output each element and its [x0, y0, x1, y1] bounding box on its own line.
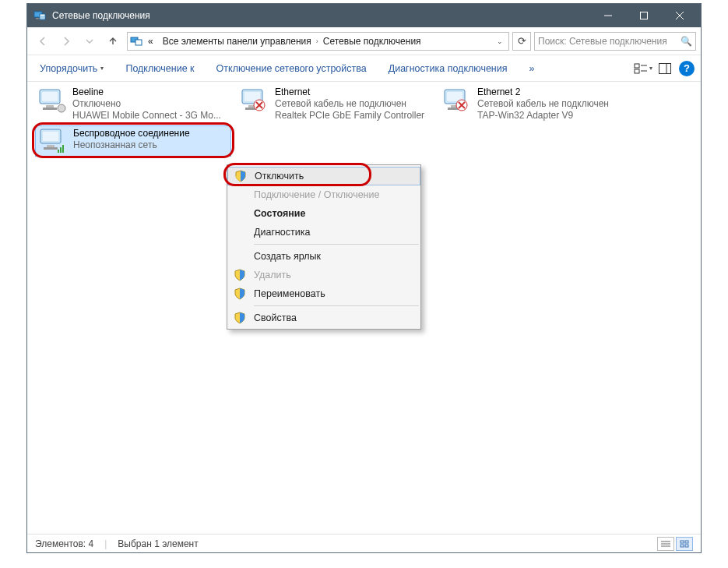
svg-rect-8 [135, 40, 142, 45]
svg-rect-4 [641, 12, 648, 19]
ctx-connect-disconnect[interactable]: Подключение / Отключение [227, 185, 420, 204]
connection-icon [37, 86, 68, 116]
item-title: Ethernet 2 [477, 86, 609, 98]
svg-rect-16 [42, 92, 58, 101]
separator [254, 305, 419, 306]
content-area: Beeline Отключено HUAWEI Mobile Connect … [27, 82, 701, 534]
cmd-more[interactable]: » [523, 60, 541, 77]
ctx-label: Удалить [254, 270, 291, 280]
shield-icon [234, 269, 246, 281]
cmd-disable-device[interactable]: Отключение сетевого устройства [210, 60, 373, 77]
command-bar: Упорядочить▾ Подключение к Отключение се… [27, 55, 701, 82]
nav-forward-button[interactable] [55, 30, 77, 52]
svg-rect-46 [681, 545, 684, 547]
address-icon [129, 35, 143, 48]
svg-rect-38 [58, 150, 59, 153]
ctx-disable[interactable]: Отключить [227, 167, 420, 185]
connection-icon [239, 86, 270, 116]
status-selected: Выбран 1 элемент [118, 538, 198, 549]
nav-up-button[interactable] [102, 30, 124, 52]
ctx-diagnostics[interactable]: Диагностика [227, 223, 420, 242]
status-items-count: Элементов: 4 [35, 538, 93, 549]
search-placeholder: Поиск: Сетевые подключения [538, 36, 667, 47]
refresh-button[interactable]: ⟳ [512, 32, 531, 51]
svg-rect-40 [62, 145, 64, 153]
ctx-create-shortcut[interactable]: Создать ярлык [227, 247, 420, 266]
minimize-button[interactable] [590, 4, 626, 27]
connection-icon [37, 128, 69, 157]
ctx-label: Создать ярлык [254, 251, 321, 262]
preview-pane-button[interactable] [654, 59, 676, 78]
ctx-label: Свойства [254, 312, 297, 323]
item-title: Beeline [72, 86, 221, 98]
address-dropdown-button[interactable]: ⌄ [493, 37, 507, 45]
ctx-label: Отключить [255, 171, 304, 182]
ctx-status[interactable]: Состояние [227, 204, 420, 223]
view-icons-button[interactable] [676, 537, 693, 551]
item-status: Неопознанная сеть [73, 139, 190, 151]
item-status: Сетевой кабель не подключен [477, 98, 609, 110]
app-icon [33, 9, 46, 22]
search-icon: 🔍 [681, 36, 692, 47]
svg-rect-35 [43, 132, 58, 141]
network-item-ethernet2[interactable]: Ethernet 2 Сетевой кабель не подключен T… [440, 85, 636, 122]
svg-rect-9 [635, 64, 639, 68]
network-item-beeline[interactable]: Beeline Отключено HUAWEI Mobile Connect … [35, 85, 231, 122]
cmd-diagnostics[interactable]: Диагностика подключения [382, 60, 514, 77]
connection-icon [441, 86, 473, 116]
item-status: Сетевой кабель не подключен [275, 98, 424, 110]
cmd-organize[interactable]: Упорядочить▾ [33, 60, 110, 77]
item-title: Ethernet [275, 86, 424, 98]
svg-rect-39 [60, 147, 62, 153]
svg-rect-13 [659, 63, 671, 73]
svg-rect-36 [47, 145, 55, 147]
svg-rect-18 [43, 108, 57, 110]
separator [254, 244, 419, 245]
item-status: Отключено [72, 98, 221, 110]
search-input[interactable]: Поиск: Сетевые подключения 🔍 [534, 32, 696, 51]
title-bar: Сетевые подключения [27, 4, 701, 27]
svg-rect-45 [685, 541, 688, 543]
help-button[interactable]: ? [679, 61, 695, 76]
ctx-properties[interactable]: Свойства [227, 309, 420, 327]
view-details-button[interactable] [657, 537, 674, 551]
shield-icon [234, 170, 247, 182]
address-bar-row: « Все элементы панели управления › Сетев… [27, 27, 701, 55]
window-title: Сетевые подключения [52, 10, 590, 21]
address-bar[interactable]: « Все элементы панели управления › Сетев… [127, 32, 509, 51]
status-bar: Элементов: 4 | Выбран 1 элемент [27, 534, 701, 552]
item-device: HUAWEI Mobile Connect - 3G Mo... [72, 110, 221, 122]
ctx-label: Диагностика [254, 227, 310, 238]
item-device: Realtek PCIe GbE Family Controller [275, 110, 424, 122]
ctx-label: Подключение / Отключение [254, 189, 379, 200]
breadcrumb-seg-1[interactable]: Все элементы панели управления [158, 34, 316, 48]
network-item-ethernet[interactable]: Ethernet Сетевой кабель не подключен Rea… [237, 85, 434, 122]
ctx-label: Состояние [254, 208, 305, 219]
svg-point-19 [58, 104, 65, 112]
svg-rect-17 [46, 105, 54, 108]
ctx-rename[interactable]: Переименовать [227, 284, 420, 303]
item-title: Беспроводное соединение [73, 128, 190, 139]
window-network-connections: Сетевые подключения « Все элементы панел… [26, 3, 702, 553]
ctx-delete[interactable]: Удалить [227, 266, 420, 284]
network-item-wireless[interactable]: Беспроводное соединение Неопознанная сет… [35, 125, 231, 157]
svg-rect-37 [44, 147, 58, 150]
breadcrumb-seg-2[interactable]: Сетевые подключения [318, 34, 426, 48]
view-options-button[interactable]: ▾ [632, 59, 654, 78]
svg-rect-10 [635, 69, 639, 73]
ctx-label: Переименовать [254, 288, 325, 299]
shield-icon [234, 312, 246, 324]
item-device: TAP-Win32 Adapter V9 [477, 110, 609, 122]
shield-icon [234, 288, 246, 300]
breadcrumb-prefix: « [143, 34, 158, 48]
close-button[interactable] [662, 4, 698, 27]
cmd-connect-to[interactable]: Подключение к [119, 60, 200, 77]
svg-rect-44 [681, 541, 684, 543]
nav-back-button[interactable] [32, 30, 54, 52]
context-menu: Отключить Подключение / Отключение Состо… [227, 164, 421, 330]
svg-rect-47 [685, 545, 688, 547]
nav-recent-button[interactable] [79, 30, 100, 52]
window-controls [590, 4, 698, 27]
maximize-button[interactable] [626, 4, 662, 27]
